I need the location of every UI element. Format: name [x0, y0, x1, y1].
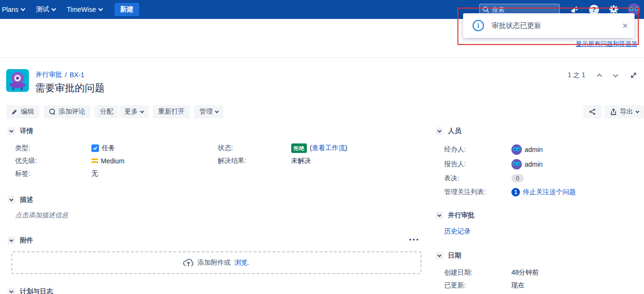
people-section-header[interactable]: 人员 — [436, 127, 461, 135]
more-button[interactable]: 更多 — [119, 105, 149, 118]
attachments-heading: 附件 — [20, 236, 33, 245]
chevron-down-icon — [635, 109, 639, 113]
field-type: 类型: 任务 — [15, 142, 214, 154]
toast-notification: i 审批状态已更新 × — [463, 13, 635, 38]
toast-message: 审批状态已更新 — [492, 21, 616, 30]
type-value: 任务 — [102, 144, 115, 152]
pencil-icon — [11, 108, 18, 115]
dates-section-header[interactable]: 日期 — [436, 251, 461, 260]
approval-history-link[interactable]: 历史记录 — [444, 227, 471, 236]
add-comment-button[interactable]: 添加评论 — [44, 105, 90, 118]
issue-toolbar: 编辑 添加评论 分配 更多 重新打开 管理 — [6, 105, 224, 118]
priority-value: Medium — [101, 157, 125, 165]
plan-log-heading: 计划与日志 — [20, 287, 53, 294]
updated-value: 现在 — [511, 281, 525, 290]
collapse-chevron-icon[interactable] — [8, 288, 15, 294]
nav-item-label: 测试 — [36, 5, 49, 14]
collapse-chevron-icon[interactable] — [436, 127, 443, 135]
votes-badge[interactable]: 0 — [511, 174, 524, 182]
attachment-dropzone[interactable]: 添加附件或 浏览. — [11, 251, 421, 274]
pager-position: 1 之 1 — [568, 71, 585, 80]
avatar-art — [21, 88, 23, 90]
chevron-down-icon — [98, 7, 103, 11]
expand-icon[interactable] — [630, 71, 637, 79]
priority-label: 优先级: — [15, 157, 91, 165]
collapse-chevron-icon[interactable] — [8, 237, 15, 244]
description-placeholder[interactable]: 点击添加描述信息 — [15, 211, 68, 220]
nav-item-label: TimeWise — [67, 6, 96, 13]
description-heading: 描述 — [20, 196, 33, 204]
project-avatar[interactable] — [6, 69, 29, 92]
reporter-value[interactable]: admin — [525, 160, 543, 168]
people-fields: 经办人: admin 报告人: admin 表决: 0 管理关注列表: — [444, 142, 638, 199]
field-assignee: 经办人: admin — [444, 142, 638, 157]
chevron-down-icon — [21, 7, 26, 11]
dropzone-text: 添加附件或 — [197, 258, 231, 267]
nav-item-test[interactable]: 测试 — [30, 0, 61, 19]
assignee-value[interactable]: admin — [525, 146, 543, 153]
admin-button[interactable]: 管理 — [194, 105, 224, 118]
toolbar-right: 导出 — [583, 105, 644, 118]
search-icon — [483, 6, 489, 13]
approval-heading: 并行审批 — [448, 211, 474, 220]
labels-label: 标签: — [15, 169, 91, 178]
nav-item-label: Plans — [2, 6, 18, 13]
issue-pager: 1 之 1 — [568, 71, 637, 80]
next-issue-icon[interactable] — [613, 72, 618, 77]
add-comment-label: 添加评论 — [59, 107, 85, 116]
field-watchers: 管理关注列表: 1 停止关注这个问题 — [444, 185, 638, 199]
breadcrumb-project-link[interactable]: 并行审批 — [36, 71, 62, 79]
avatar-art — [16, 77, 19, 80]
breadcrumb-separator: / — [65, 71, 67, 79]
plan-log-section-header[interactable]: 计划与日志 — [8, 287, 53, 294]
share-button[interactable] — [583, 105, 601, 118]
admin-label: 管理 — [199, 107, 213, 116]
details-fields-right: 状态: 拒绝 (查看工作流) 解决结果: 未解决 — [218, 142, 398, 167]
reporter-avatar — [511, 159, 522, 169]
attachments-more-menu-icon[interactable]: ••• — [409, 236, 420, 243]
field-updated: 已更新: 现在 — [444, 279, 638, 292]
browse-link[interactable]: 浏览. — [234, 258, 250, 267]
share-icon — [589, 108, 596, 116]
field-votes: 表决: 0 — [444, 171, 638, 185]
resolution-value: 未解决 — [291, 157, 311, 165]
nav-item-timewise[interactable]: TimeWise — [61, 0, 108, 19]
details-heading: 详情 — [20, 127, 33, 135]
upload-cloud-icon — [183, 258, 194, 267]
paren: ) — [345, 144, 348, 151]
created-label: 创建日期: — [444, 268, 511, 277]
field-priority: 优先级: Medium — [15, 154, 214, 167]
issue-title: 需要审批的问题 — [35, 81, 105, 95]
field-labels: 标签: 无 — [15, 167, 214, 180]
view-workflow-link[interactable]: 查看工作流 — [312, 144, 345, 151]
collapse-chevron-icon[interactable] — [436, 212, 443, 219]
field-status: 状态: 拒绝 (查看工作流) — [218, 142, 398, 154]
labels-value: 无 — [91, 169, 98, 178]
chevron-down-icon — [215, 109, 219, 113]
watchers-count-badge[interactable]: 1 — [511, 188, 520, 196]
export-button[interactable]: 导出 — [605, 105, 644, 118]
collapse-chevron-icon[interactable] — [8, 196, 15, 204]
task-type-icon — [91, 144, 99, 152]
create-button[interactable]: 新建 — [115, 3, 139, 16]
breadcrumb-issue-key-link[interactable]: BX-1 — [70, 71, 84, 79]
info-icon: i — [473, 20, 484, 31]
approval-section-header[interactable]: 并行审批 — [436, 211, 474, 220]
collapse-chevron-icon[interactable] — [8, 127, 15, 135]
nav-item-plans[interactable]: Plans — [0, 0, 30, 19]
export-label: 导出 — [620, 107, 633, 116]
status-badge: 拒绝 — [291, 143, 307, 153]
toast-close-icon[interactable]: × — [616, 21, 635, 30]
details-section-header[interactable]: 详情 — [8, 127, 33, 135]
assign-button[interactable]: 分配 — [95, 105, 118, 118]
stop-watching-link[interactable]: 停止关注这个问题 — [523, 188, 576, 196]
previous-issue-icon[interactable] — [597, 73, 602, 79]
reopen-button[interactable]: 重新打开 — [153, 105, 190, 118]
details-fields-left: 类型: 任务 优先级: Medium 标签: 无 — [15, 142, 214, 180]
collapse-chevron-icon[interactable] — [436, 252, 443, 259]
edit-button[interactable]: 编辑 — [6, 105, 39, 118]
show-all-issues-link[interactable]: 显示所有问题和筛选器 — [576, 40, 637, 48]
description-section-header[interactable]: 描述 — [8, 196, 33, 204]
attachments-section-header[interactable]: 附件 — [8, 236, 33, 245]
search-input[interactable] — [492, 6, 549, 13]
